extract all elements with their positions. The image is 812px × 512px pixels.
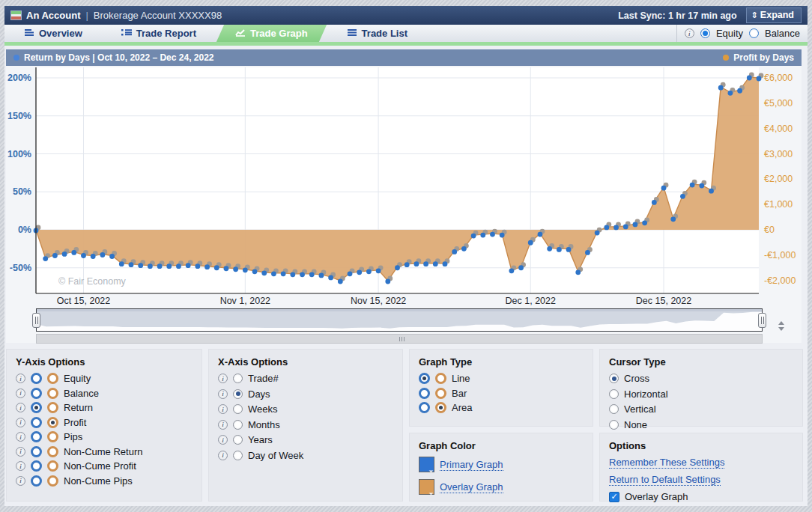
- info-icon[interactable]: i: [16, 418, 25, 427]
- svg-text:€5,000: €5,000: [764, 98, 793, 109]
- chart-scrollbar[interactable]: [36, 334, 763, 344]
- info-icon[interactable]: i: [16, 388, 25, 398]
- x-axis-radio-day-of-week[interactable]: [233, 451, 243, 460]
- primary-graph-link[interactable]: Primary Graph: [440, 459, 503, 471]
- primary-radio-line[interactable]: [419, 373, 430, 384]
- primary-graph-swatch[interactable]: [419, 457, 434, 472]
- primary-radio-balance[interactable]: [31, 388, 42, 399]
- expand-button[interactable]: ⇕ Expand: [746, 7, 802, 23]
- tab-label: Trade Report: [136, 28, 196, 39]
- primary-radio-non-cume-return[interactable]: [31, 446, 42, 457]
- cursor-type-row-horizontal: Horizontal: [609, 388, 793, 400]
- x-axis-row-months: iMonths: [218, 419, 393, 430]
- info-icon[interactable]: i: [16, 461, 25, 471]
- x-axis-radio-weeks[interactable]: [233, 404, 243, 414]
- info-icon[interactable]: i: [16, 447, 25, 457]
- info-icon[interactable]: i: [218, 451, 228, 460]
- equity-radio-label: Equity: [716, 28, 743, 39]
- option-label: Cross: [624, 373, 649, 384]
- overlay-radio-balance[interactable]: [47, 388, 58, 399]
- cursor-type-radio-none[interactable]: [609, 420, 619, 430]
- primary-radio-profit[interactable]: [31, 417, 42, 428]
- y-axis-row-non-cume-return: iNon-Cume Return: [16, 446, 193, 457]
- info-icon[interactable]: i: [218, 389, 228, 399]
- x-axis-radio-months[interactable]: [233, 420, 243, 430]
- cursor-type-radio-cross[interactable]: [609, 374, 619, 383]
- info-icon[interactable]: i: [16, 476, 25, 486]
- info-icon[interactable]: i: [218, 374, 228, 383]
- info-icon[interactable]: i: [218, 404, 228, 414]
- equity-radio[interactable]: [700, 28, 710, 38]
- balance-radio-label: Balance: [765, 28, 800, 39]
- tab-trade-report[interactable]: Trade Report: [102, 25, 216, 42]
- x-axis-radio-years[interactable]: [233, 435, 243, 445]
- overlay-radio-pips[interactable]: [47, 431, 58, 442]
- overlay-graph-checkbox[interactable]: ✓: [609, 492, 619, 502]
- y-axis-row-non-cume-pips: iNon-Cume Pips: [16, 475, 193, 487]
- overlay-radio-area[interactable]: [435, 402, 446, 413]
- cursor-type-radio-horizontal[interactable]: [609, 389, 619, 399]
- y-axis-row-profit: iProfit: [16, 417, 193, 428]
- svg-text:-€2,000: -€2,000: [764, 275, 796, 286]
- remember-these-settings-link[interactable]: Remember These Settings: [609, 457, 724, 469]
- option-label: Bar: [452, 388, 467, 399]
- primary-radio-non-cume-profit[interactable]: [31, 460, 42, 472]
- chart-zoom-spinner[interactable]: [776, 319, 787, 332]
- tab-trade-list[interactable]: Trade List: [327, 25, 427, 42]
- option-label: Non-Cume Profit: [64, 460, 136, 472]
- svg-text:Nov 1, 2022: Nov 1, 2022: [220, 296, 270, 306]
- trade-report-icon: [121, 28, 132, 39]
- info-icon[interactable]: i: [218, 435, 228, 445]
- x-axis-options-panel: X-Axis Options iTrade#iDaysiWeeksiMonths…: [208, 349, 403, 502]
- overlay-title: Profit by Days: [733, 52, 794, 63]
- range-navigator[interactable]: [36, 308, 763, 332]
- primary-radio-pips[interactable]: [31, 431, 42, 442]
- navigator-right-handle[interactable]: [758, 313, 766, 328]
- primary-radio-bar[interactable]: [419, 388, 430, 399]
- y-axis-row-return: iReturn: [16, 402, 193, 413]
- chart-panel: Return by Days | Oct 10, 2022 – Dec 24, …: [6, 49, 802, 343]
- cursor-type-panel: Cursor Type CrossHorizontalVerticalNone: [599, 349, 803, 427]
- x-axis-row-days: iDays: [218, 388, 393, 400]
- overlay-radio-non-cume-return[interactable]: [47, 446, 58, 457]
- svg-text:Dec 15, 2022: Dec 15, 2022: [636, 296, 691, 306]
- svg-text:-€1,000: -€1,000: [764, 250, 796, 260]
- cursor-type-row-vertical: Vertical: [609, 403, 793, 415]
- tab-trade-graph[interactable]: Trade Graph: [216, 25, 327, 42]
- overlay-radio-return[interactable]: [47, 402, 58, 413]
- overlay-graph-link[interactable]: Overlay Graph: [440, 481, 503, 493]
- info-icon[interactable]: i: [16, 432, 25, 442]
- option-label: Return: [64, 402, 93, 413]
- balance-radio[interactable]: [749, 28, 759, 38]
- info-icon[interactable]: i: [16, 403, 25, 412]
- primary-radio-return[interactable]: [31, 402, 42, 413]
- tab-overview[interactable]: Overview: [4, 25, 102, 42]
- info-icon[interactable]: i: [218, 420, 228, 430]
- watermark: © Fair Economy: [58, 276, 127, 287]
- primary-radio-area[interactable]: [419, 402, 430, 413]
- overlay-radio-profit[interactable]: [47, 417, 58, 428]
- account-icon: [10, 10, 22, 20]
- overlay-radio-bar[interactable]: [435, 388, 446, 399]
- overlay-radio-non-cume-pips[interactable]: [47, 475, 58, 487]
- x-axis-radio-days[interactable]: [233, 389, 243, 399]
- primary-radio-non-cume-pips[interactable]: [31, 475, 42, 487]
- overlay-radio-non-cume-profit[interactable]: [47, 460, 58, 472]
- overlay-graph-swatch[interactable]: [419, 479, 434, 495]
- primary-radio-equity[interactable]: [31, 373, 42, 384]
- svg-text:200%: 200%: [7, 73, 31, 83]
- y-axis-row-non-cume-profit: iNon-Cume Profit: [16, 460, 193, 472]
- overlay-radio-equity[interactable]: [47, 373, 58, 384]
- return-profit-chart[interactable]: 200%150%100%50%0%-50%€6,000€5,000€4,000€…: [6, 66, 802, 307]
- tab-bar: OverviewTrade ReportTrade GraphTrade Lis…: [4, 25, 808, 42]
- info-icon[interactable]: i: [16, 374, 25, 383]
- overlay-radio-line[interactable]: [435, 373, 446, 384]
- navigator-left-handle[interactable]: [32, 313, 40, 328]
- info-icon[interactable]: i: [685, 28, 694, 38]
- return-to-default-settings-link[interactable]: Return to Default Settings: [609, 474, 721, 486]
- svg-text:100%: 100%: [7, 149, 31, 159]
- panel-title: Options: [609, 440, 793, 451]
- cursor-type-radio-vertical[interactable]: [609, 404, 619, 414]
- x-axis-radio-trade-[interactable]: [233, 374, 243, 383]
- option-label: Line: [452, 373, 470, 384]
